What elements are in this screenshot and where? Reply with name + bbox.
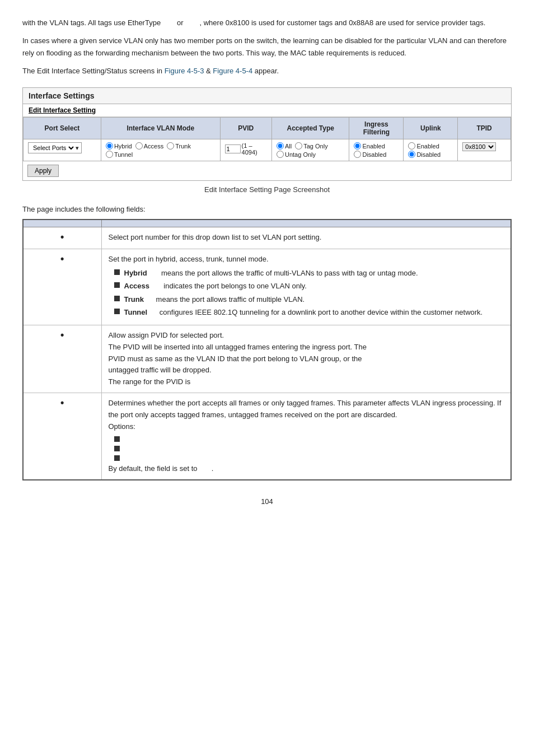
ingress-enabled-radio-label[interactable]: Enabled bbox=[354, 142, 385, 150]
col-tpid: TPID bbox=[458, 118, 511, 139]
desc-content-4: Determines whether the port accepts all … bbox=[101, 393, 511, 480]
interface-settings-panel: Interface Settings Edit Interface Settin… bbox=[22, 87, 512, 181]
desc-header-row bbox=[23, 220, 511, 227]
desc-row-port-select: • Select port number for this drop down … bbox=[23, 227, 511, 249]
col-pvid: PVID bbox=[220, 118, 271, 139]
desc-bullet-4: • bbox=[23, 393, 101, 480]
tag-only-radio-label[interactable]: Tag Only bbox=[295, 142, 327, 150]
col-accepted-type: Accepted Type bbox=[271, 118, 349, 139]
desc-table: • Select port number for this drop down … bbox=[22, 219, 512, 480]
port-select-dropdown[interactable]: Select Ports bbox=[31, 144, 76, 152]
accepted-type-cell: All Tag Only Untag Only bbox=[271, 139, 349, 161]
untag-only-radio-label[interactable]: Untag Only bbox=[277, 151, 316, 158]
desc-section: The page includes the following fields: … bbox=[22, 205, 512, 480]
hybrid-radio-label[interactable]: Hybrid bbox=[106, 142, 132, 150]
trunk-radio[interactable] bbox=[167, 142, 174, 150]
desc-content-1: Select port number for this drop down li… bbox=[101, 227, 511, 249]
desc-bullet-2: • bbox=[23, 249, 101, 325]
figure-link-2[interactable]: Figure 4-5-4 bbox=[213, 67, 252, 75]
uplink-disabled-radio[interactable] bbox=[408, 151, 415, 158]
panel-subtitle: Edit Interface Setting bbox=[23, 104, 511, 117]
tpid-select[interactable]: 0x8100 0x88A8 bbox=[462, 142, 496, 151]
port-select-cell: Select Ports ▾ bbox=[24, 139, 101, 161]
ingress-enabled-radio[interactable] bbox=[354, 142, 361, 150]
uplink-enabled-radio-label[interactable]: Enabled bbox=[408, 142, 439, 150]
trunk-radio-label[interactable]: Trunk bbox=[167, 142, 191, 150]
ingress-filtering-cell: Enabled Disabled bbox=[349, 139, 404, 161]
sub-item-access: Access indicates the port belongs to one… bbox=[114, 281, 504, 292]
figure-link-1[interactable]: Figure 4-5-3 bbox=[165, 67, 204, 75]
untag-only-radio[interactable] bbox=[277, 151, 284, 158]
uplink-enabled-radio[interactable] bbox=[408, 142, 415, 150]
desc-row-vlan-mode: • Set the port in hybrid, access, trunk,… bbox=[23, 249, 511, 325]
access-radio[interactable] bbox=[135, 142, 143, 150]
ingress-disabled-radio[interactable] bbox=[354, 151, 361, 158]
apply-button-row: Apply bbox=[23, 161, 511, 180]
apply-button[interactable]: Apply bbox=[27, 165, 59, 177]
dropdown-arrow-icon: ▾ bbox=[76, 144, 79, 152]
sub-item-trunk: Trunk means the port allows traffic of m… bbox=[114, 294, 504, 305]
desc-content-2: Set the port in hybrid, access, trunk, t… bbox=[101, 249, 511, 325]
panel-title: Interface Settings bbox=[23, 88, 511, 104]
hybrid-radio[interactable] bbox=[106, 142, 113, 150]
table-row: Select Ports ▾ Hybrid Access bbox=[24, 139, 511, 161]
pvid-cell: (1 –4094) bbox=[220, 139, 271, 161]
intro-para1: with the VLAN tags. All tags use EtherTy… bbox=[22, 17, 512, 29]
page-body: with the VLAN tags. All tags use EtherTy… bbox=[22, 17, 512, 506]
pvid-input[interactable] bbox=[225, 144, 241, 153]
col-uplink: Uplink bbox=[404, 118, 458, 139]
desc-bullet-1: • bbox=[23, 227, 101, 249]
option-item-3 bbox=[114, 454, 504, 461]
col-port-select: Port Select bbox=[24, 118, 101, 139]
tag-only-radio[interactable] bbox=[295, 142, 302, 150]
intro-section: with the VLAN tags. All tags use EtherTy… bbox=[22, 17, 512, 77]
intro-para2: In cases where a given service VLAN only… bbox=[22, 35, 512, 59]
desc-row-pvid: • Allow assign PVID for selected port. T… bbox=[23, 325, 511, 393]
all-radio[interactable] bbox=[277, 142, 284, 150]
page-number: 104 bbox=[22, 497, 512, 506]
figure-caption: Edit Interface Setting Page Screenshot bbox=[22, 185, 512, 194]
desc-row-accepted-type: • Determines whether the port accepts al… bbox=[23, 393, 511, 480]
option-item-1 bbox=[114, 435, 504, 442]
uplink-disabled-radio-label[interactable]: Disabled bbox=[408, 151, 441, 158]
settings-table: Port Select Interface VLAN Mode PVID Acc… bbox=[23, 117, 511, 161]
access-radio-label[interactable]: Access bbox=[135, 142, 163, 150]
uplink-cell: Enabled Disabled bbox=[404, 139, 458, 161]
pvid-range-label: (1 –4094) bbox=[242, 142, 257, 156]
col-ingress-filtering: IngressFiltering bbox=[349, 118, 404, 139]
desc-header-col1 bbox=[23, 220, 101, 227]
ingress-disabled-radio-label[interactable]: Disabled bbox=[354, 151, 386, 158]
tunnel-radio[interactable] bbox=[106, 151, 113, 158]
col-interface-vlan-mode: Interface VLAN Mode bbox=[101, 118, 220, 139]
desc-content-3: Allow assign PVID for selected port. The… bbox=[101, 325, 511, 393]
tunnel-radio-label[interactable]: Tunnel bbox=[106, 151, 133, 158]
option-item-2 bbox=[114, 444, 504, 451]
desc-header-col2 bbox=[101, 220, 511, 227]
sub-item-hybrid: Hybrid means the port allows the traffic… bbox=[114, 268, 504, 279]
intro-para3: The Edit Interface Setting/Status screen… bbox=[22, 65, 512, 77]
tpid-cell: 0x8100 0x88A8 bbox=[458, 139, 511, 161]
desc-intro: The page includes the following fields: bbox=[22, 205, 512, 213]
vlan-mode-cell: Hybrid Access Trunk Tunnel bbox=[101, 139, 220, 161]
desc-bullet-3: • bbox=[23, 325, 101, 393]
all-radio-label[interactable]: All bbox=[277, 142, 292, 150]
sub-item-tunnel: Tunnel configures IEEE 802.1Q tunneling … bbox=[114, 307, 504, 318]
